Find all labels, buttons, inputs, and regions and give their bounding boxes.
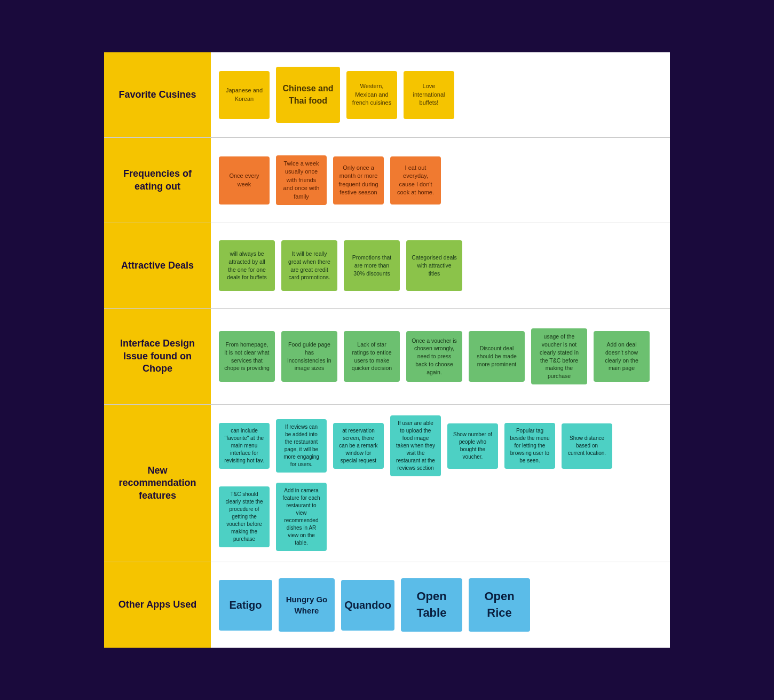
note-one-for-one: will always be attracted by all the one … bbox=[219, 240, 275, 291]
note-international-buffets: Love international buffets! bbox=[404, 71, 454, 119]
cards-attractive-deals: will always be attracted by all the one … bbox=[211, 223, 670, 308]
row-favorite-cuisines: Favorite Cusines Japanese and Korean Chi… bbox=[104, 52, 670, 138]
label-new-features: New recommendation features bbox=[104, 405, 211, 562]
row-interface-design: Interface Design Issue found on Chope Fr… bbox=[104, 309, 670, 405]
note-show-distance: Show distance based on current location. bbox=[562, 423, 612, 469]
row-attractive-deals: Attractive Deals will always be attracte… bbox=[104, 223, 670, 309]
note-japanese-korean: Japanese and Korean bbox=[219, 71, 270, 119]
label-attractive-deals: Attractive Deals bbox=[104, 223, 211, 308]
row-other-apps: Other Apps Used Eatigo Hungry Go Where Q… bbox=[104, 562, 670, 648]
label-interface-design: Interface Design Issue found on Chope bbox=[104, 309, 211, 404]
note-add-on-deal: Add on deal doesn't show clearly on the … bbox=[594, 331, 650, 382]
cards-new-features: can include "favourite" at the main menu… bbox=[211, 405, 670, 562]
note-voucher-wrong: Once a voucher is chosen wrongly, need t… bbox=[406, 331, 462, 382]
note-reviews-restaurant: If reviews can be added into the restaur… bbox=[276, 419, 327, 473]
cards-interface-design: From homepage, it is not clear what serv… bbox=[211, 309, 670, 404]
note-tnc-procedure: T&C should clearly state the procedure o… bbox=[219, 486, 270, 547]
row-new-features: New recommendation features can include … bbox=[104, 405, 670, 562]
note-30-percent: Promotions that are more than 30% discou… bbox=[344, 240, 400, 291]
note-eat-out-everyday: I eat out everyday, cause I don't cook a… bbox=[390, 156, 441, 205]
row-frequencies: Frequencies of eating out Once every wee… bbox=[104, 138, 670, 223]
note-once-a-month: Only once a month or more frequent durin… bbox=[333, 156, 384, 205]
note-popular-tag: Popular tag beside the menu for letting … bbox=[504, 423, 555, 469]
note-chinese-thai: Chinese and Thai food bbox=[276, 67, 340, 123]
note-quandoo: Quandoo bbox=[341, 580, 394, 631]
note-categorised-deals: Categorised deals with attractive titles bbox=[406, 240, 462, 291]
cards-favorite-cuisines: Japanese and Korean Chinese and Thai foo… bbox=[211, 52, 670, 137]
note-hungry-go-where: Hungry Go Where bbox=[279, 578, 335, 632]
note-open-rice: Open Rice bbox=[469, 578, 530, 632]
note-credit-card: It will be really great when there are g… bbox=[281, 240, 337, 291]
note-star-ratings: Lack of star ratings to entice users to … bbox=[344, 331, 400, 382]
note-favourites: can include "favourite" at the main menu… bbox=[219, 423, 270, 469]
cards-other-apps: Eatigo Hungry Go Where Quandoo Open Tabl… bbox=[211, 562, 670, 648]
note-camera-feature: Add in camera feature for each restauran… bbox=[276, 483, 327, 551]
note-food-image-upload: If user are able to upload the food imag… bbox=[390, 415, 441, 476]
note-twice-a-week: Twice a week usually once with friends a… bbox=[276, 155, 327, 205]
note-homepage-unclear: From homepage, it is not clear what serv… bbox=[219, 331, 275, 382]
main-container: Favorite Cusines Japanese and Korean Chi… bbox=[104, 52, 670, 648]
note-show-number-bought: Show number of people who bought the vou… bbox=[447, 423, 498, 469]
note-food-guide-inconsistencies: Food guide page has inconsistencies in i… bbox=[281, 331, 337, 382]
label-favorite-cuisines: Favorite Cusines bbox=[104, 52, 211, 137]
note-eatigo: Eatigo bbox=[219, 580, 272, 631]
note-open-table: Open Table bbox=[401, 578, 462, 632]
outer-background: Favorite Cusines Japanese and Korean Chi… bbox=[93, 42, 681, 658]
note-voucher-usage: usage of the voucher is not clearly stat… bbox=[531, 328, 587, 384]
cards-frequencies: Once every week Twice a week usually onc… bbox=[211, 138, 670, 223]
note-once-every-week: Once every week bbox=[219, 156, 270, 205]
note-discount-prominent: Discount deal should be made more promin… bbox=[469, 331, 525, 382]
label-frequencies: Frequencies of eating out bbox=[104, 138, 211, 223]
note-western-mexican: Western, Mexican and french cuisines bbox=[346, 71, 397, 119]
label-other-apps: Other Apps Used bbox=[104, 562, 211, 648]
note-remark-window: at reservation screen, there can be a re… bbox=[333, 423, 384, 469]
